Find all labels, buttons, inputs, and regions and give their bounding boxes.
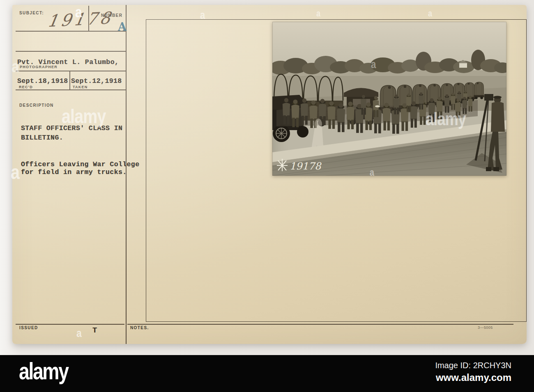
received-date: Sept.18,1918 (17, 77, 68, 85)
image-id: Image ID: 2RCHY3N (435, 361, 511, 370)
alamy-logo: alamy (19, 359, 68, 383)
card-rule-1 (16, 31, 126, 32)
historic-photograph: 19178 (272, 22, 506, 176)
card-rule-2 (16, 51, 126, 52)
description-label: DESCRIPTION (19, 103, 54, 108)
caption-line1: Officers Leaving War College (21, 160, 139, 168)
caption-line2: for field in army trucks. (21, 168, 127, 176)
notes-rule (127, 324, 513, 325)
issued-label: ISSUED (19, 326, 38, 330)
alamy-website-link[interactable]: www.alamy.com (436, 372, 511, 383)
card-rule-3 (16, 71, 126, 71)
subject-handwritten-number: 19178 (46, 8, 114, 31)
issued-rule (16, 324, 124, 325)
photo-number: 19178 (290, 160, 322, 172)
received-label: REC'D (19, 85, 33, 89)
form-number: 3—5005 (478, 326, 493, 330)
card-rule-4 (16, 89, 126, 90)
issued-value: T (92, 326, 97, 335)
number-label: NUMBER (101, 13, 122, 18)
notes-label: NOTES. (130, 326, 149, 330)
description-line1: STAFF OFFICERS' CLASS IN (21, 124, 122, 132)
description-line2: BILLETING. (21, 134, 63, 142)
taken-label: TAKEN (73, 85, 88, 89)
number-value-stamp: A (118, 21, 127, 33)
photographer-label: PHOTOGRAPHER (20, 65, 58, 69)
subject-label: SUBJECT: (19, 11, 44, 15)
dates-divider (69, 71, 70, 89)
alamy-stock-photo-page: SUBJECT: 19178 NUMBER A Pvt. Vincent L. … (0, 0, 534, 392)
taken-date: Sept.12,1918 (71, 77, 122, 85)
crossed-signal-flags-icon (277, 159, 288, 171)
alamy-footer-bar: alamy Image ID: 2RCHY3N www.alamy.com (0, 355, 534, 392)
